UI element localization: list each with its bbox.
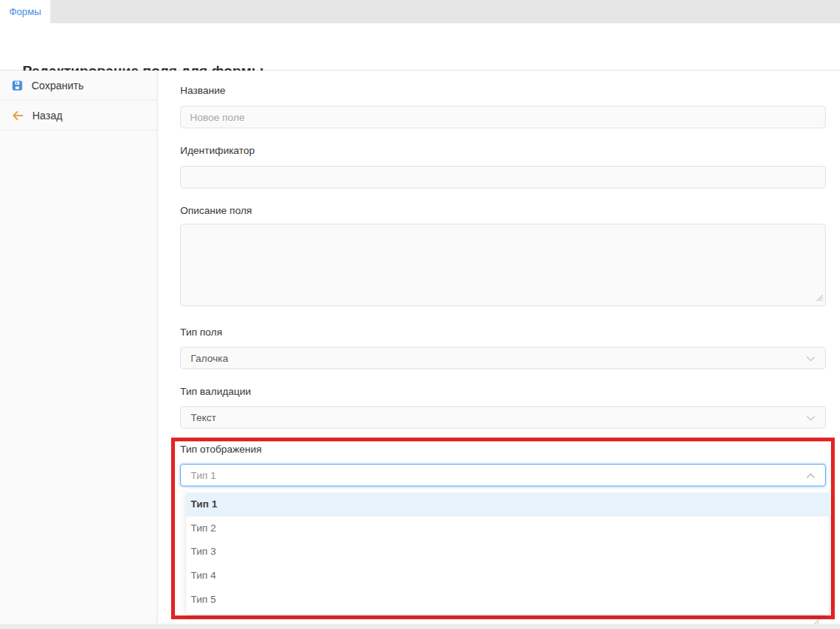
display-type-label: Тип отображения [180,444,831,455]
name-label: Название [180,85,840,96]
back-arrow-icon [12,111,23,120]
save-button-label: Сохранить [32,80,84,92]
chevron-down-icon [806,412,815,423]
tab-bar: Формы [0,0,840,23]
chevron-up-icon [806,470,815,481]
description-label: Описание поля [180,205,840,216]
back-button[interactable]: Назад [0,101,157,131]
option-label: Тип 1 [191,498,217,510]
dropdown-option-tip-2[interactable]: Тип 2 [186,516,829,540]
field-type-label: Тип поля [180,327,840,338]
validation-type-select-value: Текст [191,412,216,423]
header: Редактирование поля для формы [0,23,840,71]
back-button-label: Назад [32,110,62,122]
validation-type-select[interactable]: Текст [180,406,826,429]
option-label: Тип 4 [191,570,216,581]
display-type-dropdown: Тип 1 Тип 2 Тип 3 Тип 4 Тип 5 [186,489,829,614]
option-label: Тип 3 [191,546,216,557]
field-type-select-value: Галочка [191,353,228,364]
field-type-select[interactable]: Галочка [180,347,826,369]
chevron-down-icon [806,353,815,364]
save-button[interactable]: Сохранить [0,71,157,101]
tab-forms-label: Формы [9,6,41,17]
bottom-edge-strip [0,624,840,629]
dropdown-option-tip-1[interactable]: Тип 1 [186,492,829,516]
display-type-select[interactable]: Тип 1 [180,464,826,486]
sidebar: Сохранить Назад [0,71,158,624]
tab-forms[interactable]: Формы [0,0,50,23]
identifier-label: Идентификатор [180,145,840,156]
dropdown-option-tip-4[interactable]: Тип 4 [186,564,829,588]
identifier-input[interactable] [180,166,826,188]
save-icon [12,80,23,91]
option-label: Тип 2 [191,522,216,534]
validation-type-label: Тип валидации [180,386,840,397]
description-textarea-wrap [180,224,826,306]
dropdown-option-tip-5[interactable]: Тип 5 [186,587,829,611]
display-type-select-value: Тип 1 [191,470,216,481]
option-label: Тип 5 [191,594,216,605]
description-textarea[interactable] [180,224,826,306]
name-input[interactable] [180,106,826,128]
dropdown-option-tip-3[interactable]: Тип 3 [186,540,829,564]
